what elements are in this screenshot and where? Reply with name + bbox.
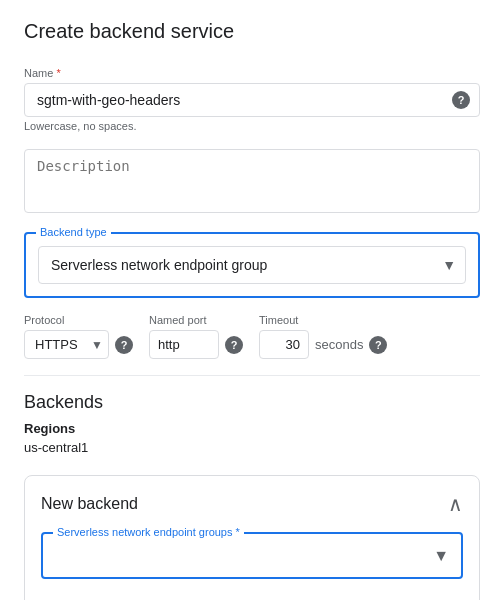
name-help-icon[interactable]: ? (452, 91, 470, 109)
named-port-input-wrapper: ? (149, 330, 243, 359)
name-input-wrapper: ? (24, 83, 480, 117)
create-backend-service-page: Create backend service Name * ? Lowercas… (0, 0, 504, 600)
timeout-unit-label: seconds (315, 337, 363, 352)
name-label: Name * (24, 67, 480, 79)
new-backend-title: New backend (41, 495, 138, 513)
backends-section: Backends Regions us-central1 New backend… (24, 392, 480, 600)
backend-type-select[interactable]: Serverless network endpoint group Instan… (38, 246, 466, 284)
neg-select[interactable] (55, 544, 449, 567)
backend-type-select-wrapper: Serverless network endpoint group Instan… (38, 246, 466, 284)
new-backend-collapse-icon[interactable]: ∧ (448, 492, 463, 516)
backend-type-section: Backend type Serverless network endpoint… (24, 232, 480, 298)
timeout-help-icon[interactable]: ? (369, 336, 387, 354)
new-backend-header: New backend ∧ (41, 492, 463, 516)
named-port-field: Named port ? (149, 314, 243, 359)
named-port-label: Named port (149, 314, 243, 326)
name-field-group: Name * ? Lowercase, no spaces. (24, 67, 480, 133)
timeout-label: Timeout (259, 314, 387, 326)
neg-endpoint-section: Serverless network endpoint groups * ▼ (41, 532, 463, 579)
divider (24, 375, 480, 376)
named-port-input[interactable] (149, 330, 219, 359)
protocol-select-wrapper: HTTPS HTTP HTTP/2 ▼ (24, 330, 109, 359)
description-field-group (24, 149, 480, 216)
protocol-input-wrapper: HTTPS HTTP HTTP/2 ▼ ? (24, 330, 133, 359)
timeout-input-wrapper: seconds ? (259, 330, 387, 359)
backend-type-label: Backend type (36, 226, 111, 238)
protocol-help-icon[interactable]: ? (115, 336, 133, 354)
inline-config-fields: Protocol HTTPS HTTP HTTP/2 ▼ ? Named por… (24, 314, 480, 359)
protocol-select[interactable]: HTTPS HTTP HTTP/2 (24, 330, 109, 359)
region-value: us-central1 (24, 440, 480, 455)
name-input[interactable] (24, 83, 480, 117)
timeout-field: Timeout seconds ? (259, 314, 387, 359)
named-port-help-icon[interactable]: ? (225, 336, 243, 354)
timeout-input[interactable] (259, 330, 309, 359)
name-hint: Lowercase, no spaces. (24, 120, 137, 132)
backends-title: Backends (24, 392, 480, 413)
neg-endpoint-label: Serverless network endpoint groups * (53, 526, 244, 538)
page-title: Create backend service (24, 20, 480, 43)
protocol-label: Protocol (24, 314, 133, 326)
regions-label: Regions (24, 421, 480, 436)
description-input[interactable] (24, 149, 480, 213)
neg-select-wrapper: ▼ (55, 544, 449, 567)
new-backend-card: New backend ∧ Serverless network endpoin… (24, 475, 480, 600)
protocol-field: Protocol HTTPS HTTP HTTP/2 ▼ ? (24, 314, 133, 359)
